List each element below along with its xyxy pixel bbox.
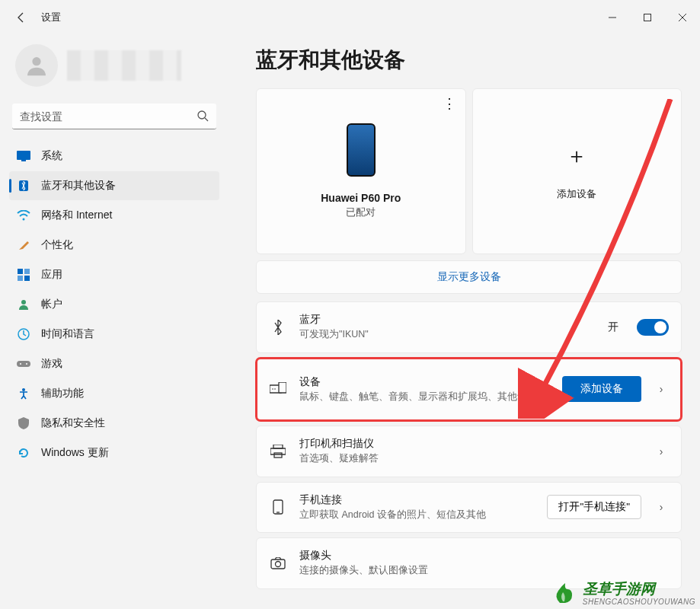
svg-rect-28 — [271, 560, 285, 569]
device-name: Huawei P60 Pro — [321, 192, 401, 204]
nav-personalization[interactable]: 个性化 — [9, 231, 219, 260]
add-device-label: 添加设备 — [557, 187, 596, 201]
nav-label: 网络和 Internet — [41, 209, 112, 222]
minimize-button[interactable] — [595, 5, 630, 30]
user-info[interactable] — [9, 41, 219, 96]
nav-windows-update[interactable]: Windows 更新 — [9, 438, 219, 467]
svg-rect-5 — [17, 151, 30, 160]
add-device-card[interactable]: ＋ 添加设备 — [472, 88, 682, 254]
watermark: 圣草手游网 SHENGCAOSHOUYOUWANG — [552, 579, 695, 606]
nav-bluetooth[interactable]: 蓝牙和其他设备 — [9, 171, 219, 200]
nav-time-language[interactable]: 时间和语言 — [9, 320, 219, 349]
clock-globe-icon — [17, 327, 30, 341]
avatar — [15, 44, 58, 87]
row-title: 摄像头 — [299, 549, 669, 563]
window-controls — [595, 5, 700, 30]
svg-point-2 — [32, 57, 40, 65]
row-subtitle: 鼠标、键盘、触笔、音频、显示器和扩展坞、其他设备 — [299, 391, 550, 404]
row-subtitle: 首选项、疑难解答 — [299, 452, 641, 466]
row-subtitle: 立即获取 Android 设备的照片、短信及其他 — [299, 509, 535, 522]
row-subtitle: 可发现为"IKUN" — [299, 328, 596, 342]
brush-icon — [17, 238, 30, 252]
svg-rect-23 — [273, 445, 283, 448]
nav-label: 蓝牙和其他设备 — [41, 179, 116, 193]
svg-point-21 — [272, 388, 273, 390]
nav-label: 个性化 — [41, 238, 73, 252]
username-redacted — [67, 50, 181, 81]
card-more-button[interactable]: ⋮ — [443, 97, 456, 110]
svg-point-13 — [21, 300, 26, 304]
row-title: 打印机和扫描仪 — [299, 437, 641, 451]
show-more-devices[interactable]: 显示更多设备 — [256, 260, 682, 294]
sidebar: 系统 蓝牙和其他设备 网络和 Internet 个性化 应用 帐户 — [0, 35, 229, 609]
camera-icon — [269, 557, 287, 569]
printer-icon — [269, 445, 287, 458]
nav-privacy[interactable]: 隐私和安全性 — [9, 409, 219, 438]
svg-point-18 — [22, 388, 25, 391]
svg-rect-25 — [274, 453, 282, 458]
watermark-url: SHENGCAOSHOUYOUWANG — [583, 598, 695, 606]
devices-icon — [269, 382, 287, 396]
nav-label: 辅助功能 — [41, 387, 84, 400]
paired-device-card[interactable]: ⋮ Huawei P60 Pro 已配对 — [256, 88, 466, 254]
monitor-icon — [17, 149, 30, 163]
open-phone-link-button[interactable]: 打开"手机连接" — [547, 495, 641, 519]
printers-row[interactable]: 打印机和扫描仪 首选项、疑难解答 › — [256, 426, 682, 477]
row-title: 手机连接 — [299, 493, 535, 507]
nav-system[interactable]: 系统 — [9, 142, 219, 171]
nav-apps[interactable]: 应用 — [9, 260, 219, 289]
svg-rect-6 — [21, 160, 26, 161]
watermark-name: 圣草手游网 — [583, 579, 655, 599]
phone-icon — [347, 123, 376, 177]
svg-rect-26 — [273, 500, 283, 514]
maximize-button[interactable] — [630, 5, 665, 30]
nav-label: 游戏 — [41, 357, 62, 371]
page-title: 蓝牙和其他设备 — [256, 46, 682, 75]
update-icon — [17, 446, 30, 460]
watermark-logo-icon — [552, 582, 578, 604]
svg-rect-1 — [644, 14, 651, 21]
gamepad-icon — [17, 357, 30, 371]
add-device-button[interactable]: 添加设备 — [562, 376, 641, 402]
plus-icon: ＋ — [566, 142, 587, 171]
show-more-label: 显示更多设备 — [437, 270, 501, 284]
apps-icon — [17, 268, 30, 282]
titlebar: 设置 — [0, 0, 700, 35]
row-title: 设备 — [299, 375, 550, 389]
accessibility-icon — [17, 387, 30, 400]
nav-accessibility[interactable]: 辅助功能 — [9, 379, 219, 408]
svg-point-29 — [276, 561, 281, 566]
nav-label: 帐户 — [41, 298, 62, 311]
svg-point-17 — [26, 363, 27, 365]
chevron-right-icon[interactable]: › — [654, 501, 669, 513]
wifi-icon — [17, 209, 30, 222]
nav-network[interactable]: 网络和 Internet — [9, 201, 219, 230]
phone-link-row[interactable]: 手机连接 立即获取 Android 设备的照片、短信及其他 打开"手机连接" › — [256, 482, 682, 534]
svg-rect-11 — [18, 276, 23, 281]
chevron-right-icon[interactable]: › — [654, 445, 669, 458]
devices-row[interactable]: 设备 鼠标、键盘、触笔、音频、显示器和扩展坞、其他设备 添加设备 › — [256, 358, 682, 422]
svg-line-4 — [205, 118, 208, 121]
nav-accounts[interactable]: 帐户 — [9, 290, 219, 319]
search-icon — [197, 110, 209, 124]
nav-gaming[interactable]: 游戏 — [9, 349, 219, 378]
close-button[interactable] — [665, 5, 700, 30]
nav-label: 系统 — [41, 149, 62, 163]
bluetooth-icon — [17, 179, 30, 193]
toggle-state-label: 开 — [608, 320, 618, 334]
bluetooth-toggle[interactable] — [637, 319, 669, 336]
svg-rect-20 — [279, 382, 286, 393]
bluetooth-row[interactable]: 蓝牙 可发现为"IKUN" 开 — [256, 301, 682, 353]
svg-rect-24 — [270, 448, 286, 454]
main-content: 蓝牙和其他设备 ⋮ Huawei P60 Pro 已配对 ＋ 添加设备 显示更多… — [229, 35, 700, 609]
nav-label: 应用 — [41, 268, 62, 282]
row-subtitle: 连接的摄像头、默认图像设置 — [299, 564, 669, 578]
back-button[interactable] — [15, 11, 27, 24]
chevron-right-icon[interactable]: › — [654, 383, 669, 395]
svg-rect-12 — [24, 276, 30, 281]
phone-icon — [269, 499, 287, 515]
svg-rect-9 — [18, 269, 23, 274]
app-title: 设置 — [41, 11, 61, 24]
search-input[interactable] — [12, 104, 216, 129]
bluetooth-icon — [269, 320, 287, 335]
